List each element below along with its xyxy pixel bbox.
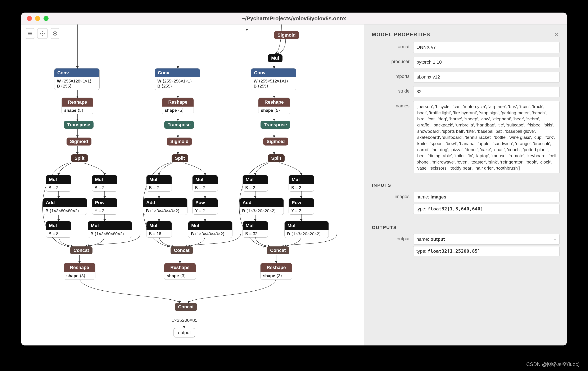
prop-value: ai.onnx v12 [413, 72, 559, 83]
output-name-row[interactable]: name: output− [413, 234, 559, 245]
node-concat[interactable]: Concat [170, 246, 193, 254]
node-mul[interactable]: MulB = 2 [192, 175, 218, 191]
node-conv[interactable]: Conv W⟨255×512×1×1⟩B⟨255⟩ [251, 68, 296, 90]
node-sigmoid[interactable]: Sigmoid [67, 138, 91, 145]
panel-title: MODEL PROPERTIES [372, 32, 430, 37]
node-pow[interactable]: PowY = 2 [289, 198, 314, 214]
node-sigmoid[interactable]: Sigmoid [274, 31, 299, 39]
node-reshape[interactable]: Reshapeshape⟨3⟩ [164, 263, 196, 280]
titlebar: ~/PycharmProjects/yolov5/yolov5s.onnx [21, 12, 567, 24]
menu-icon [27, 31, 32, 36]
node-reshape[interactable]: Reshapeshape⟨3⟩ [64, 263, 95, 280]
prop-value: pytorch 1.10 [413, 57, 559, 68]
node-concat[interactable]: Concat [70, 246, 93, 254]
node-mul[interactable]: Mul [268, 54, 283, 62]
prop-label: imports [372, 72, 413, 79]
input-label: images [372, 192, 413, 199]
node-reshape[interactable]: Reshapeshape⟨5⟩ [162, 98, 194, 114]
zoom-out-button[interactable] [50, 28, 60, 39]
node-reshape[interactable]: Reshapeshape⟨5⟩ [258, 98, 290, 114]
node-mul[interactable]: MulB = 2 [46, 175, 71, 191]
node-mul[interactable]: MulB = 2 [289, 175, 314, 191]
watermark: CSDN @网络星空(luoc) [526, 361, 580, 368]
zoom-in-icon [40, 31, 45, 36]
node-mul[interactable]: MulB = 2 [92, 175, 117, 191]
input-type-row: type: float32[1,3,640,640] [413, 204, 559, 214]
node-mul[interactable]: MulB = 32 [243, 221, 268, 237]
properties-panel: MODEL PROPERTIES ✕ formatONNX v7 produce… [364, 24, 567, 345]
node-mul[interactable]: MulB = 2 [147, 175, 172, 191]
node-split[interactable]: Split [71, 154, 88, 162]
prop-value-names: ['person', 'bicycle', 'car', 'motorcycle… [413, 101, 559, 173]
node-add[interactable]: AddB⟨1×3×80×80×2⟩ [43, 198, 87, 215]
output-label: output [372, 234, 413, 242]
node-reshape[interactable]: Reshapeshape⟨5⟩ [62, 98, 93, 114]
input-name-row[interactable]: name: images− [413, 192, 559, 202]
node-output[interactable]: output [174, 328, 195, 337]
node-transpose[interactable]: Transpose [164, 121, 194, 129]
menu-button[interactable] [25, 28, 35, 39]
prop-label: producer [372, 57, 413, 64]
inputs-heading: INPUTS [372, 183, 559, 188]
node-reshape[interactable]: Reshapeshape⟨3⟩ [261, 263, 292, 280]
node-pow[interactable]: PowY = 2 [92, 198, 117, 214]
prop-label: names [372, 101, 413, 109]
output-type-row: type: float32[1,25200,85] [413, 246, 559, 256]
node-transpose[interactable]: Transpose [64, 121, 94, 129]
minus-icon: − [554, 236, 556, 242]
prop-label: stride [372, 86, 413, 94]
prop-value: ONNX v7 [413, 42, 559, 53]
window-title: ~/PycharmProjects/yolov5/yolov5s.onnx [21, 15, 567, 22]
node-mul[interactable]: MulB = 2 [243, 175, 268, 191]
node-mul[interactable]: MulB = 16 [147, 221, 172, 237]
tensor-shape-label: 1×25200×85 [172, 318, 198, 323]
prop-label: format [372, 42, 413, 49]
node-transpose[interactable]: Transpose [261, 121, 290, 129]
node-add[interactable]: AddB⟨1×3×40×40×2⟩ [143, 198, 187, 215]
node-conv[interactable]: Conv W⟨255×256×1×1⟩B⟨255⟩ [155, 68, 200, 90]
prop-value: 32 [413, 86, 559, 97]
node-concat[interactable]: Concat [267, 246, 289, 254]
node-concat-final[interactable]: Concat [175, 303, 197, 311]
outputs-heading: OUTPUTS [372, 225, 559, 230]
node-mul[interactable]: MulB⟨1×3×40×40×2⟩ [188, 221, 232, 238]
canvas-toolbar [25, 28, 60, 39]
close-panel-button[interactable]: ✕ [554, 31, 559, 38]
node-mul[interactable]: MulB⟨1×3×80×80×2⟩ [88, 221, 132, 238]
node-mul[interactable]: MulB⟨1×3×20×20×2⟩ [284, 221, 328, 238]
app-window: ~/PycharmProjects/yolov5/yolov5s.onnx [21, 12, 567, 345]
node-add[interactable]: AddB⟨1×3×20×20×2⟩ [240, 198, 284, 215]
zoom-out-icon [52, 31, 58, 36]
node-sigmoid[interactable]: Sigmoid [263, 138, 288, 145]
node-mul[interactable]: MulB = 8 [46, 221, 71, 237]
zoom-in-button[interactable] [37, 28, 48, 39]
graph-canvas[interactable]: Sigmoid Mul Conv W⟨255×128×1×1⟩B⟨255⟩ Co… [21, 24, 364, 345]
node-conv[interactable]: Conv W⟨255×128×1×1⟩B⟨255⟩ [54, 68, 99, 90]
node-pow[interactable]: PowY = 2 [192, 198, 218, 214]
minus-icon: − [554, 194, 556, 200]
node-split[interactable]: Split [172, 154, 188, 162]
node-sigmoid[interactable]: Sigmoid [167, 138, 192, 145]
node-split[interactable]: Split [268, 154, 284, 162]
